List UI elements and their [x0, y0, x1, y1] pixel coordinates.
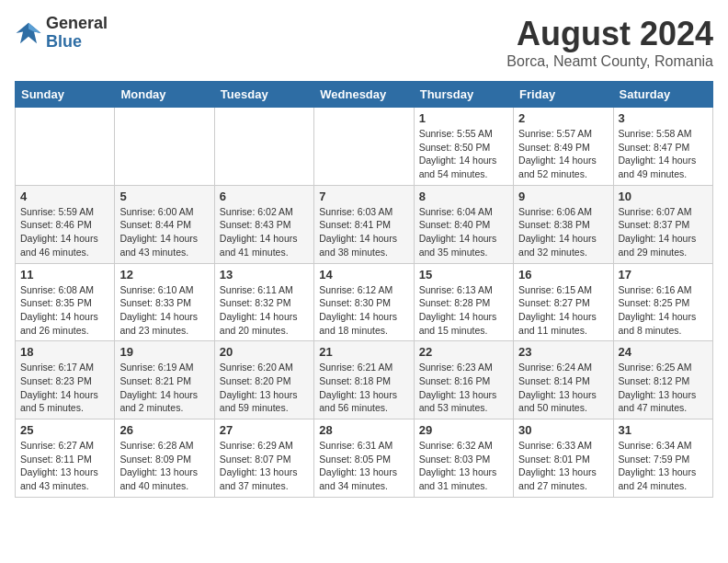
- day-cell: [115, 108, 214, 186]
- day-number: 27: [220, 423, 309, 437]
- title-section: August 2024 Borca, Neamt County, Romania: [506, 15, 713, 70]
- day-info: Sunrise: 6:00 AM Sunset: 8:44 PM Dayligh…: [119, 205, 209, 259]
- day-cell: 20Sunrise: 6:20 AM Sunset: 8:20 PM Dayli…: [214, 341, 313, 419]
- day-number: 20: [220, 345, 309, 359]
- day-cell: 15Sunrise: 6:13 AM Sunset: 8:28 PM Dayli…: [414, 263, 513, 341]
- column-header-saturday: Saturday: [613, 82, 712, 108]
- day-cell: [314, 108, 414, 186]
- logo-text: General Blue: [46, 15, 108, 52]
- column-header-tuesday: Tuesday: [214, 82, 313, 108]
- subtitle: Borca, Neamt County, Romania: [506, 53, 713, 70]
- week-row-3: 11Sunrise: 6:08 AM Sunset: 8:35 PM Dayli…: [16, 263, 713, 341]
- week-row-4: 18Sunrise: 6:17 AM Sunset: 8:23 PM Dayli…: [16, 341, 713, 419]
- day-number: 17: [619, 268, 708, 282]
- day-info: Sunrise: 6:19 AM Sunset: 8:21 PM Dayligh…: [119, 361, 209, 415]
- day-cell: 16Sunrise: 6:15 AM Sunset: 8:27 PM Dayli…: [514, 263, 613, 341]
- day-number: 18: [20, 345, 109, 359]
- day-number: 19: [119, 345, 209, 359]
- day-cell: 1Sunrise: 5:55 AM Sunset: 8:50 PM Daylig…: [414, 108, 513, 186]
- day-cell: 21Sunrise: 6:21 AM Sunset: 8:18 PM Dayli…: [314, 341, 414, 419]
- day-cell: 4Sunrise: 5:59 AM Sunset: 8:46 PM Daylig…: [16, 185, 115, 263]
- logo-blue: Blue: [46, 33, 108, 52]
- day-info: Sunrise: 6:13 AM Sunset: 8:28 PM Dayligh…: [419, 283, 508, 338]
- day-cell: [16, 108, 115, 186]
- day-number: 26: [119, 423, 209, 437]
- day-cell: 2Sunrise: 5:57 AM Sunset: 8:49 PM Daylig…: [514, 108, 613, 186]
- day-cell: 28Sunrise: 6:31 AM Sunset: 8:05 PM Dayli…: [314, 419, 414, 498]
- logo: General Blue: [15, 15, 108, 52]
- day-number: 28: [319, 423, 408, 437]
- day-info: Sunrise: 6:31 AM Sunset: 8:05 PM Dayligh…: [319, 439, 408, 493]
- day-info: Sunrise: 6:29 AM Sunset: 8:07 PM Dayligh…: [220, 439, 309, 493]
- column-header-monday: Monday: [115, 82, 214, 108]
- day-number: 16: [518, 268, 608, 282]
- day-cell: 26Sunrise: 6:28 AM Sunset: 8:09 PM Dayli…: [115, 419, 214, 498]
- day-cell: [214, 108, 313, 186]
- logo-general: General: [46, 15, 108, 33]
- week-row-5: 25Sunrise: 6:27 AM Sunset: 8:11 PM Dayli…: [16, 419, 713, 498]
- day-info: Sunrise: 6:03 AM Sunset: 8:41 PM Dayligh…: [319, 205, 408, 259]
- column-header-sunday: Sunday: [16, 82, 115, 108]
- column-header-thursday: Thursday: [414, 82, 513, 108]
- day-number: 5: [119, 190, 209, 203]
- day-number: 10: [619, 190, 708, 203]
- day-number: 8: [419, 190, 508, 203]
- day-number: 3: [619, 111, 708, 125]
- day-cell: 9Sunrise: 6:06 AM Sunset: 8:38 PM Daylig…: [514, 185, 613, 263]
- day-number: 9: [518, 190, 608, 203]
- day-number: 23: [518, 345, 608, 359]
- day-info: Sunrise: 6:12 AM Sunset: 8:30 PM Dayligh…: [319, 283, 408, 338]
- day-cell: 10Sunrise: 6:07 AM Sunset: 8:37 PM Dayli…: [613, 185, 712, 263]
- day-cell: 5Sunrise: 6:00 AM Sunset: 8:44 PM Daylig…: [115, 185, 214, 263]
- day-info: Sunrise: 6:32 AM Sunset: 8:03 PM Dayligh…: [419, 439, 508, 493]
- week-row-1: 1Sunrise: 5:55 AM Sunset: 8:50 PM Daylig…: [16, 108, 713, 186]
- day-number: 13: [220, 268, 309, 282]
- day-cell: 11Sunrise: 6:08 AM Sunset: 8:35 PM Dayli…: [16, 263, 115, 341]
- main-title: August 2024: [506, 15, 713, 53]
- page-header: General Blue August 2024 Borca, Neamt Co…: [15, 15, 713, 70]
- day-info: Sunrise: 6:23 AM Sunset: 8:16 PM Dayligh…: [419, 361, 508, 415]
- day-number: 14: [319, 268, 408, 282]
- day-info: Sunrise: 6:28 AM Sunset: 8:09 PM Dayligh…: [119, 439, 209, 493]
- day-cell: 25Sunrise: 6:27 AM Sunset: 8:11 PM Dayli…: [16, 419, 115, 498]
- day-number: 2: [518, 111, 608, 125]
- day-cell: 29Sunrise: 6:32 AM Sunset: 8:03 PM Dayli…: [414, 419, 513, 498]
- day-info: Sunrise: 6:21 AM Sunset: 8:18 PM Dayligh…: [319, 361, 408, 415]
- logo-icon: [15, 19, 42, 47]
- day-number: 15: [419, 268, 508, 282]
- day-info: Sunrise: 6:02 AM Sunset: 8:43 PM Dayligh…: [220, 205, 309, 259]
- day-info: Sunrise: 6:17 AM Sunset: 8:23 PM Dayligh…: [20, 361, 109, 415]
- day-number: 4: [20, 190, 109, 203]
- day-info: Sunrise: 6:27 AM Sunset: 8:11 PM Dayligh…: [20, 439, 109, 493]
- day-cell: 13Sunrise: 6:11 AM Sunset: 8:32 PM Dayli…: [214, 263, 313, 341]
- day-info: Sunrise: 6:06 AM Sunset: 8:38 PM Dayligh…: [518, 205, 608, 259]
- day-cell: 8Sunrise: 6:04 AM Sunset: 8:40 PM Daylig…: [414, 185, 513, 263]
- day-cell: 14Sunrise: 6:12 AM Sunset: 8:30 PM Dayli…: [314, 263, 414, 341]
- day-number: 11: [20, 268, 109, 282]
- day-info: Sunrise: 5:55 AM Sunset: 8:50 PM Dayligh…: [419, 127, 508, 181]
- day-info: Sunrise: 5:59 AM Sunset: 8:46 PM Dayligh…: [20, 205, 109, 259]
- day-info: Sunrise: 6:16 AM Sunset: 8:25 PM Dayligh…: [619, 283, 708, 338]
- column-header-friday: Friday: [514, 82, 613, 108]
- day-cell: 17Sunrise: 6:16 AM Sunset: 8:25 PM Dayli…: [613, 263, 712, 341]
- day-number: 6: [220, 190, 309, 203]
- day-info: Sunrise: 6:33 AM Sunset: 8:01 PM Dayligh…: [518, 439, 608, 493]
- day-info: Sunrise: 6:25 AM Sunset: 8:12 PM Dayligh…: [619, 361, 708, 415]
- day-number: 30: [518, 423, 608, 437]
- day-number: 21: [319, 345, 408, 359]
- day-number: 22: [419, 345, 508, 359]
- calendar-table: SundayMondayTuesdayWednesdayThursdayFrid…: [15, 81, 713, 498]
- day-info: Sunrise: 6:34 AM Sunset: 7:59 PM Dayligh…: [619, 439, 708, 493]
- day-cell: 7Sunrise: 6:03 AM Sunset: 8:41 PM Daylig…: [314, 185, 414, 263]
- week-row-2: 4Sunrise: 5:59 AM Sunset: 8:46 PM Daylig…: [16, 185, 713, 263]
- day-info: Sunrise: 5:57 AM Sunset: 8:49 PM Dayligh…: [518, 127, 608, 181]
- day-info: Sunrise: 6:08 AM Sunset: 8:35 PM Dayligh…: [20, 283, 109, 338]
- day-number: 1: [419, 111, 508, 125]
- header-row: SundayMondayTuesdayWednesdayThursdayFrid…: [16, 82, 713, 108]
- day-cell: 6Sunrise: 6:02 AM Sunset: 8:43 PM Daylig…: [214, 185, 313, 263]
- day-cell: 19Sunrise: 6:19 AM Sunset: 8:21 PM Dayli…: [115, 341, 214, 419]
- day-info: Sunrise: 6:04 AM Sunset: 8:40 PM Dayligh…: [419, 205, 508, 259]
- day-info: Sunrise: 6:20 AM Sunset: 8:20 PM Dayligh…: [220, 361, 309, 415]
- day-cell: 23Sunrise: 6:24 AM Sunset: 8:14 PM Dayli…: [514, 341, 613, 419]
- day-cell: 31Sunrise: 6:34 AM Sunset: 7:59 PM Dayli…: [613, 419, 712, 498]
